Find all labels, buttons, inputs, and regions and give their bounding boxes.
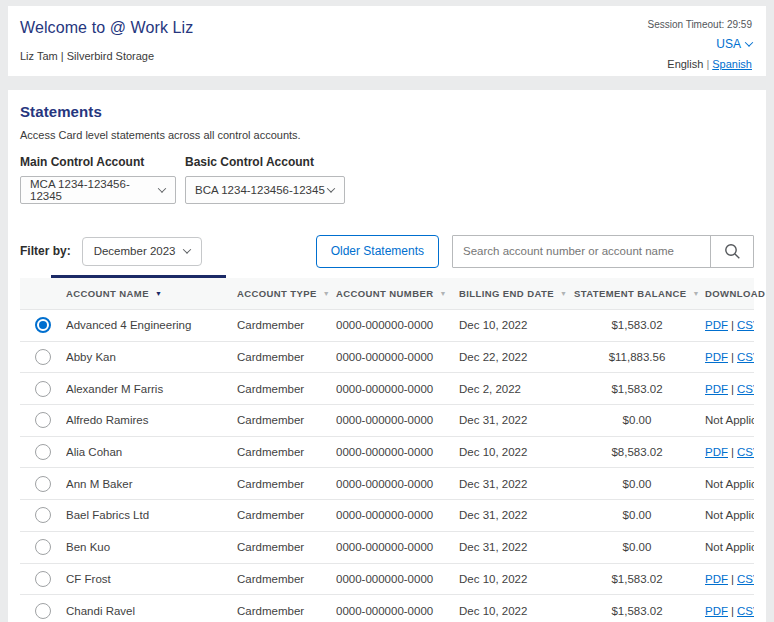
statement-balance-cell: $1,583.02 xyxy=(569,573,705,585)
account-name-cell: Alexander M Farris xyxy=(66,383,237,395)
radio-cell xyxy=(20,317,66,333)
account-type-cell: Cardmember xyxy=(237,605,336,617)
download-pdf-link[interactable]: PDF xyxy=(705,319,728,331)
download-csv-link[interactable]: CSV xyxy=(737,351,754,363)
account-name-cell: Ben Kuo xyxy=(66,541,237,553)
older-statements-button[interactable]: Older Statements xyxy=(316,235,439,268)
main-control-value: MCA 1234-123456-12345 xyxy=(30,178,159,202)
column-header-account-name[interactable]: ACCOUNT NAME ▼ xyxy=(66,288,237,299)
download-pdf-link[interactable]: PDF xyxy=(705,383,728,395)
download-not-applicable: Not Applicable xyxy=(705,541,754,553)
row-select-radio[interactable] xyxy=(35,317,51,333)
download-cell: PDF|CSV xyxy=(705,573,754,585)
column-header-statement-balance[interactable]: STATEMENT BALANCE ▼ xyxy=(569,288,705,299)
basic-control-value: BCA 1234-123456-12345 xyxy=(195,184,325,196)
country-selector[interactable]: USA xyxy=(716,37,752,51)
radio-cell xyxy=(20,412,66,428)
search-button[interactable] xyxy=(710,236,753,267)
download-pdf-link[interactable]: PDF xyxy=(705,351,728,363)
basic-control-group: Basic Control Account BCA 1234-123456-12… xyxy=(185,155,345,204)
month-filter-dropdown[interactable]: December 2023 xyxy=(82,237,202,266)
language-english: English xyxy=(667,58,703,70)
search-input[interactable] xyxy=(453,236,710,267)
basic-control-label: Basic Control Account xyxy=(185,155,345,169)
column-header-billing-end-date[interactable]: BILLING END DATE ▼ xyxy=(459,288,569,299)
billing-end-date-cell: Dec 31, 2022 xyxy=(459,478,569,490)
link-separator: | xyxy=(728,605,737,617)
chevron-down-icon xyxy=(182,245,190,253)
download-pdf-link[interactable]: PDF xyxy=(705,573,728,585)
filter-row: Filter by: December 2023 Older Statement… xyxy=(20,234,754,268)
table-row: Alia Cohan Cardmember 0000-000000-0000 D… xyxy=(20,437,754,469)
header-left: Welcome to @ Work Liz Liz Tam | Silverbi… xyxy=(20,19,193,66)
account-type-cell: Cardmember xyxy=(237,478,336,490)
account-type-cell: Cardmember xyxy=(237,573,336,585)
download-csv-link[interactable]: CSV xyxy=(737,605,754,617)
account-number-cell: 0000-000000-0000 xyxy=(336,383,459,395)
sort-desc-icon: ▼ xyxy=(155,290,162,297)
billing-end-date-cell: Dec 10, 2022 xyxy=(459,319,569,331)
row-select-radio[interactable] xyxy=(35,476,51,492)
download-csv-link[interactable]: CSV xyxy=(737,319,754,331)
statement-balance-cell: $0.00 xyxy=(569,509,705,521)
search-icon xyxy=(724,243,741,260)
sort-icon: ▼ xyxy=(439,290,446,297)
row-select-radio[interactable] xyxy=(35,603,51,619)
column-header-account-type[interactable]: ACCOUNT TYPE ▼ xyxy=(237,288,336,299)
main-control-select[interactable]: MCA 1234-123456-12345 xyxy=(20,176,176,204)
download-csv-link[interactable]: CSV xyxy=(737,573,754,585)
table-row: Advanced 4 Engineering Cardmember 0000-0… xyxy=(20,310,754,342)
control-account-selectors: Main Control Account MCA 1234-123456-123… xyxy=(20,155,754,204)
row-select-radio[interactable] xyxy=(35,349,51,365)
download-csv-link[interactable]: CSV xyxy=(737,383,754,395)
column-header-account-number[interactable]: ACCOUNT NUMBER ▼ xyxy=(336,288,459,299)
link-separator: | xyxy=(728,446,737,458)
table-row: Ann M Baker Cardmember 0000-000000-0000 … xyxy=(20,468,754,500)
download-not-applicable: Not Applicable xyxy=(705,414,754,426)
statement-balance-cell: $0.00 xyxy=(569,478,705,490)
language-spanish-link[interactable]: Spanish xyxy=(712,58,752,70)
basic-control-select[interactable]: BCA 1234-123456-12345 xyxy=(185,176,345,204)
section-description: Access Card level statements across all … xyxy=(20,129,754,141)
table-row: Bael Fabrics Ltd Cardmember 0000-000000-… xyxy=(20,500,754,532)
account-number-cell: 0000-000000-0000 xyxy=(336,573,459,585)
month-filter-value: December 2023 xyxy=(94,245,176,257)
radio-cell xyxy=(20,603,66,619)
account-number-cell: 0000-000000-0000 xyxy=(336,605,459,617)
country-label: USA xyxy=(716,37,741,51)
statement-balance-cell: $0.00 xyxy=(569,414,705,426)
account-number-cell: 0000-000000-0000 xyxy=(336,351,459,363)
download-cell: PDF|CSV xyxy=(705,351,754,363)
link-separator: | xyxy=(728,319,737,331)
statement-balance-cell: $1,583.02 xyxy=(569,605,705,617)
language-divider: | xyxy=(703,58,712,70)
download-csv-link[interactable]: CSV xyxy=(737,446,754,458)
download-pdf-link[interactable]: PDF xyxy=(705,605,728,617)
row-select-radio[interactable] xyxy=(35,571,51,587)
account-number-cell: 0000-000000-0000 xyxy=(336,541,459,553)
row-select-radio[interactable] xyxy=(35,539,51,555)
filter-by-label: Filter by: xyxy=(20,244,71,258)
download-pdf-link[interactable]: PDF xyxy=(705,446,728,458)
row-select-radio[interactable] xyxy=(35,507,51,523)
row-select-radio[interactable] xyxy=(35,444,51,460)
billing-end-date-cell: Dec 31, 2022 xyxy=(459,509,569,521)
statement-balance-cell: $11,883.56 xyxy=(569,351,705,363)
section-title: Statements xyxy=(20,103,754,120)
account-name-cell: CF Frost xyxy=(66,573,237,585)
table-row: Ben Kuo Cardmember 0000-000000-0000 Dec … xyxy=(20,532,754,564)
download-cell: PDF|CSV xyxy=(705,319,754,331)
radio-cell xyxy=(20,539,66,555)
statements-panel: Statements Access Card level statements … xyxy=(8,90,766,622)
sort-icon: ▼ xyxy=(693,290,700,297)
row-select-radio[interactable] xyxy=(35,412,51,428)
account-type-cell: Cardmember xyxy=(237,446,336,458)
statement-balance-cell: $1,583.02 xyxy=(569,319,705,331)
column-header-download[interactable]: DOWNLOAD ▼ xyxy=(705,288,766,299)
account-number-cell: 0000-000000-0000 xyxy=(336,509,459,521)
table-header-row: ACCOUNT NAME ▼ ACCOUNT TYPE ▼ ACCOUNT NU… xyxy=(20,278,754,310)
account-type-cell: Cardmember xyxy=(237,509,336,521)
statement-balance-cell: $0.00 xyxy=(569,541,705,553)
row-select-radio[interactable] xyxy=(35,381,51,397)
table-row: Chandi Ravel Cardmember 0000-000000-0000… xyxy=(20,595,754,622)
